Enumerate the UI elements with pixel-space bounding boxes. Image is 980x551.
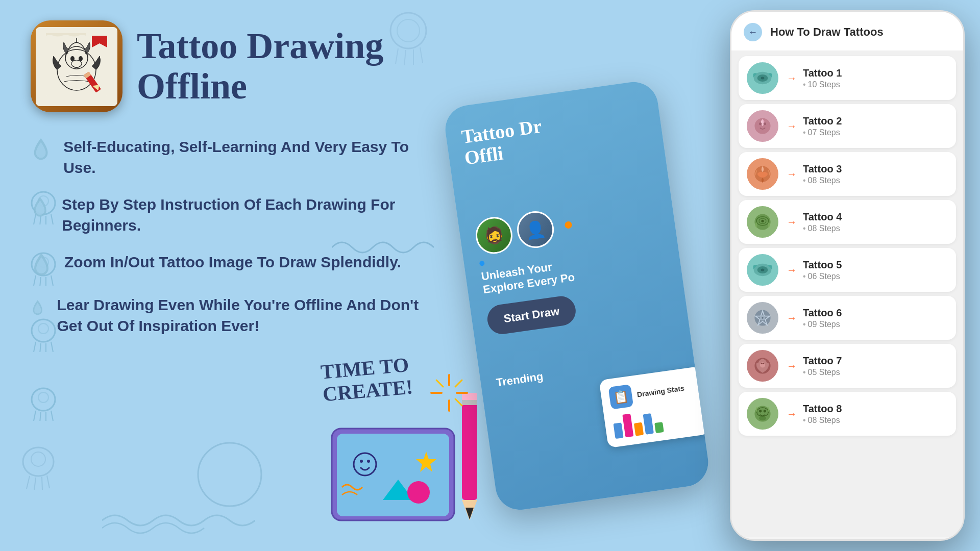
tattoo-name-4: Tattoo 4	[803, 211, 948, 223]
svg-point-90	[759, 416, 766, 420]
svg-line-9	[34, 478, 36, 490]
tattoo-steps-3: •08 Steps	[803, 176, 948, 185]
tattoo-avatar-8	[747, 398, 778, 430]
svg-point-89	[764, 410, 766, 412]
tattoo-icon-7	[749, 353, 776, 379]
svg-point-72	[764, 122, 766, 125]
tattoo-steps-2: •07 Steps	[803, 128, 948, 137]
tattoo-icon-1	[749, 65, 776, 91]
tattoo-item-8[interactable]: → Tattoo 8 •08 Steps	[739, 392, 956, 436]
app-header: Tattoo Drawing Offline	[31, 20, 429, 112]
tattoo-avatar-3	[747, 158, 778, 190]
app-title-block: Tattoo Drawing Offline	[137, 26, 383, 107]
tattoo-name-6: Tattoo 6	[803, 307, 948, 319]
tattoo-avatar-4	[747, 206, 778, 238]
left-content: Tattoo Drawing Offline Self-Educating, S…	[31, 20, 429, 336]
tattoo-arrow-5: →	[787, 264, 797, 276]
tattoo-icon-4	[749, 209, 776, 235]
tattoo-name-2: Tattoo 2	[803, 115, 948, 127]
tattoo-item-5[interactable]: → Tattoo 5 •06 Steps	[739, 248, 956, 292]
phone-area: Tattoo Dr Offli 🧔 👤 Unleash Your Explore…	[419, 0, 980, 551]
tattoo-item-7[interactable]: → Tattoo 7 •05 Steps	[739, 344, 956, 388]
svg-point-88	[759, 410, 762, 412]
tattoo-icon-6	[749, 305, 776, 331]
tattoo-arrow-7: →	[787, 360, 797, 372]
feature-item-3: Zoom In/Out Tattoo Image To Draw Splendi…	[31, 252, 429, 279]
svg-line-30	[51, 342, 53, 352]
bg-phone-tagline: Unleash Your Explore Every Po	[480, 244, 666, 296]
svg-line-10	[42, 477, 42, 490]
tattoo-item-3[interactable]: → Tattoo 3 •08 Steps	[739, 152, 956, 196]
tattoo-info-4: Tattoo 4 •08 Steps	[803, 211, 948, 233]
svg-point-7	[31, 452, 45, 466]
tattoo-info-1: Tattoo 1 •10 Steps	[803, 67, 948, 89]
tattoo-steps-1: •10 Steps	[803, 80, 948, 89]
svg-line-34	[40, 412, 41, 421]
svg-point-80	[761, 268, 765, 271]
svg-line-33	[34, 411, 36, 421]
tattoo-item-4[interactable]: → Tattoo 4 •08 Steps	[739, 200, 956, 244]
tattoo-info-6: Tattoo 6 •09 Steps	[803, 307, 948, 329]
main-phone: ← How To Draw Tattoos →	[730, 10, 965, 541]
orange-indicator	[565, 221, 573, 229]
tattoo-info-8: Tattoo 8 •08 Steps	[803, 403, 948, 425]
svg-point-69	[761, 77, 765, 79]
svg-point-51	[367, 460, 370, 463]
app-title: Tattoo Drawing Offline	[137, 26, 383, 107]
tattoo-avatar-5	[747, 254, 778, 286]
bg-phone-widget: 📋 Drawing Stats	[599, 366, 711, 482]
avatar-1: 🧔	[473, 214, 514, 256]
tattoo-arrow-6: →	[787, 312, 797, 324]
background-phone: Tattoo Dr Offli 🧔 👤 Unleash Your Explore…	[442, 79, 711, 513]
tattoo-steps-8: •08 Steps	[803, 416, 948, 425]
tattoo-name-3: Tattoo 3	[803, 163, 948, 175]
tattoo-steps-7: •05 Steps	[803, 368, 948, 377]
svg-point-6	[23, 447, 54, 476]
tattoo-icon-3	[749, 161, 776, 187]
tattoo-icon-8	[749, 400, 776, 427]
tattoo-item-6[interactable]: → Tattoo 6 •09 Steps	[739, 296, 956, 340]
app-icon	[31, 20, 122, 112]
phone-header-title: How To Draw Tattoos	[770, 26, 884, 39]
svg-point-77	[761, 220, 764, 222]
start-draw-button[interactable]: Start Draw	[485, 294, 577, 336]
feature-text-3: Zoom In/Out Tattoo Image To Draw Splendi…	[64, 252, 401, 273]
time-to-create-label: TIME TO CREATE!	[322, 357, 412, 402]
tattoo-arrow-4: →	[787, 216, 797, 228]
feature-item-1: Self-Educating, Self-Learning And Very E…	[31, 137, 429, 178]
avatar-2: 👤	[514, 209, 556, 250]
tattoo-arrow-3: →	[787, 168, 797, 180]
blue-indicator	[479, 260, 485, 266]
svg-line-27	[34, 342, 36, 352]
svg-point-71	[759, 122, 762, 125]
tattoo-name-5: Tattoo 5	[803, 259, 948, 271]
tattoo-info-5: Tattoo 5 •06 Steps	[803, 259, 948, 281]
phone-header: ← How To Draw Tattoos	[731, 12, 963, 51]
tattoo-name-7: Tattoo 7	[803, 355, 948, 367]
tattoo-arrow-2: →	[787, 120, 797, 132]
svg-point-12	[198, 443, 261, 506]
feature-text-1: Self-Educating, Self-Learning And Very E…	[63, 137, 429, 178]
raindrop-icon-1	[31, 137, 51, 163]
tattoo-avatar-6	[747, 302, 778, 334]
app-icon-graphic	[43, 33, 110, 99]
tattoo-name-8: Tattoo 8	[803, 403, 948, 415]
tattoo-steps-6: •09 Steps	[803, 320, 948, 329]
back-button[interactable]: ←	[744, 23, 762, 41]
tattoo-item-1[interactable]: → Tattoo 1 •10 Steps	[739, 56, 956, 100]
feature-text-2: Step By Step Instruction Of Each Drawing…	[62, 194, 429, 236]
tattoo-steps-5: •06 Steps	[803, 272, 948, 281]
raindrop-icon-2	[31, 194, 50, 221]
raindrop-icon-3	[31, 252, 52, 279]
tattoo-item-2[interactable]: → Tattoo 2 •07 Steps	[739, 104, 956, 148]
raindrop-icon-4	[31, 295, 44, 321]
tattoo-icon-2	[749, 113, 776, 139]
tattoo-avatar-7	[747, 350, 778, 382]
tattoo-list: → Tattoo 1 •10 Steps	[731, 51, 963, 537]
svg-line-36	[51, 411, 53, 421]
tattoo-info-3: Tattoo 3 •08 Steps	[803, 163, 948, 185]
tattoo-icon-5	[749, 257, 776, 283]
bg-phone-title: Tattoo Dr Offli	[460, 101, 648, 169]
svg-point-50	[360, 460, 363, 463]
features-list: Self-Educating, Self-Learning And Very E…	[31, 137, 429, 336]
